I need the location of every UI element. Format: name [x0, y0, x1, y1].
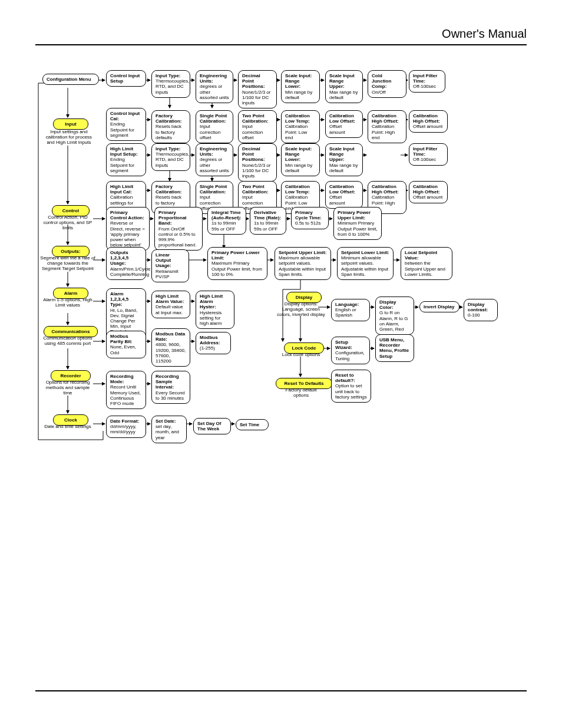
node: Input Filter Time:Off-100sec [409, 70, 445, 93]
node: Reset to default?:Option to set unit bac… [331, 370, 371, 403]
node: Calibration High Offset:Offset amount [409, 110, 448, 133]
node: High Limit Alarm Hyster:Hysteresis setti… [196, 291, 234, 329]
node: Invert Display [419, 301, 459, 312]
node: Calibration Low Offset:Offset amount [325, 110, 363, 138]
node: Recording Sample Interval:Every Second t… [151, 371, 190, 404]
node: Calibration Low Offset:Offset amount [325, 181, 363, 209]
node: Modbus Data Rate:4800, 9600, 19200, 3840… [151, 328, 190, 367]
node: Display Color:G to R on Alarm, R to G on… [375, 297, 414, 335]
node: Modbus Parity Bit:None, Even, Odd [106, 331, 146, 358]
node: Calibration High Offset:Offset amount [409, 181, 448, 203]
node: Scale Input: Range Lower:Min range by de… [281, 143, 320, 176]
header-rule [35, 44, 527, 45]
node: Outputs 1,2,3,4,5 Usage:Alarm/Prim.1/Cyc… [106, 247, 146, 280]
node: Local Setpoint Value:between the Setpoin… [401, 247, 452, 280]
node: Calibration High Offset:Calibration Poin… [368, 110, 406, 143]
desc-input: Input settings and calibration for proce… [42, 129, 95, 146]
node: Linear Output Usage:Retransmit PV/SP [151, 249, 189, 282]
node: Single Point Calibration:Input correctio… [196, 110, 233, 143]
desc-communications: Communication options using 485 comms po… [42, 335, 93, 346]
node: Cold Junction Comp:On/Off [368, 70, 406, 98]
node: Input Type:Thermocouples, RTD, and DC in… [151, 70, 190, 98]
desc-recorder: Options for recording methods and sample… [41, 380, 94, 396]
footer-rule [35, 690, 527, 691]
node: Input Filter Time:Off-100sec [409, 143, 448, 166]
node: High Limit Input Setup:Ending Setpoint f… [106, 143, 146, 176]
node: Primary Control Action:Reverse or Direct… [106, 207, 150, 251]
node: Set Time [236, 419, 269, 430]
node: Calibration Low Temp:Calibration Point: … [281, 110, 320, 143]
node-configuration-menu: Configuration Menu [42, 74, 99, 85]
node: Modbus Address:(1-255) [196, 332, 231, 354]
node: Derivative Time (Rate):1s to 99min 59s o… [250, 207, 286, 235]
node: Two Point Calibration:Input correction o… [238, 110, 277, 143]
node: Engineering Units:degrees or other assor… [196, 143, 233, 176]
node: Control Input Setup [106, 70, 146, 87]
page-header: Owner's Manual [35, 27, 527, 41]
node: Set Day Of The Week [193, 418, 231, 434]
desc-control: Control Action, PID control options, and… [42, 215, 93, 231]
node: Engineering Units:degrees or other assor… [196, 70, 233, 103]
node: Integral Time (Auto-Reset):1s to 99min 5… [207, 207, 246, 235]
node: Language:English or Spanish [331, 299, 370, 321]
configuration-flow-diagram: Configuration Menu Input Input settings … [35, 65, 525, 454]
node: Primary Proportional Band:From On/Off co… [154, 207, 203, 251]
desc-reset-defaults: Factory default options [279, 387, 323, 398]
node: High Limit Alarm Value:Default value at … [151, 291, 190, 318]
node: Primary Cycle Time:0.5s to 512s [291, 207, 329, 229]
desc-outputs: Segment with the a rate of change toward… [40, 255, 95, 272]
node: USB Menu, Recorder Menu, Profile Setup [375, 334, 414, 362]
desc-lock-code: Lock code options [280, 352, 322, 357]
node: Primary Power Lower Limit:Maximum Primar… [207, 247, 267, 280]
node: Recording Mode:Record Until Memory Used,… [106, 371, 146, 409]
node: Setpoint Lower Limit:Minimum allowable s… [337, 247, 394, 280]
desc-alarm: Alarm 1-5 options, High Limit values [42, 297, 93, 308]
desc-clock: Date and time settings [42, 424, 93, 429]
node: Scale Input Range Upper:Max range by def… [325, 143, 363, 176]
node-input: Input [53, 118, 88, 130]
node: Control Input Cal:Ending Setpoint for se… [106, 108, 146, 141]
node: Factory Calibration:Resets back to facto… [151, 110, 190, 143]
node: Decimal Point Positions:None/1/2/3 or 1/… [238, 143, 277, 182]
node: Input Type:Thermocouples, RTD, and DC in… [151, 143, 190, 171]
node: Date Format:dd/mm/yyyy, mm/dd/yyyy [106, 416, 146, 438]
node: Scale Input Range Upper:Max range by def… [325, 70, 363, 103]
node: Primary Power Upper Limit:Minimum Primar… [333, 207, 382, 240]
node: Setup Wizard:Configuration, Tuning [331, 337, 370, 364]
node: Scale Input: Range Lower:Min range by de… [281, 70, 320, 103]
node: Set Date:set day, month, and year [151, 416, 187, 443]
node: Display contrast:0-100 [464, 299, 498, 321]
node: Setpoint Upper Limit:Maximum allowable s… [275, 247, 331, 280]
node: Decimal Point Positions:None/1/2/3 or 1/… [238, 70, 277, 108]
desc-display: Display options: Language, screen colors… [276, 301, 326, 318]
